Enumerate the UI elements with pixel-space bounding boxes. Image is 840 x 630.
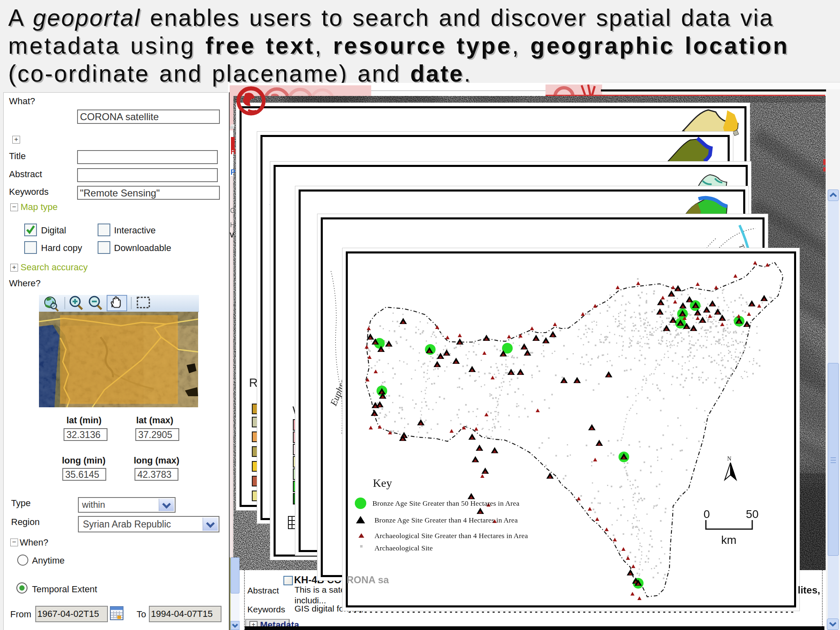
svg-text:Archaeological Site: Archaeological Site bbox=[374, 544, 433, 552]
svg-text:Archaeological Site Greater th: Archaeological Site Greater than 4 Hecta… bbox=[374, 532, 528, 540]
svg-text:Bronze Age Site Greater than 4: Bronze Age Site Greater than 4 Hectares … bbox=[374, 516, 518, 524]
svg-text:N: N bbox=[727, 456, 731, 462]
svg-text:Key: Key bbox=[373, 477, 392, 489]
svg-text:50: 50 bbox=[746, 508, 758, 520]
svg-text:R: R bbox=[249, 376, 258, 389]
svg-text:Bronze Age Site Greater than 5: Bronze Age Site Greater than 50 Hectares… bbox=[372, 499, 520, 507]
svg-text:0: 0 bbox=[703, 508, 710, 520]
svg-text:km: km bbox=[721, 534, 736, 546]
